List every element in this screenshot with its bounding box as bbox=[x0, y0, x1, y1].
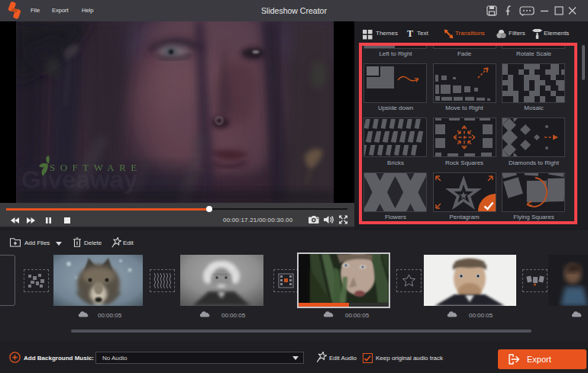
svg-text:SOFTWARE: SOFTWARE bbox=[50, 162, 142, 173]
